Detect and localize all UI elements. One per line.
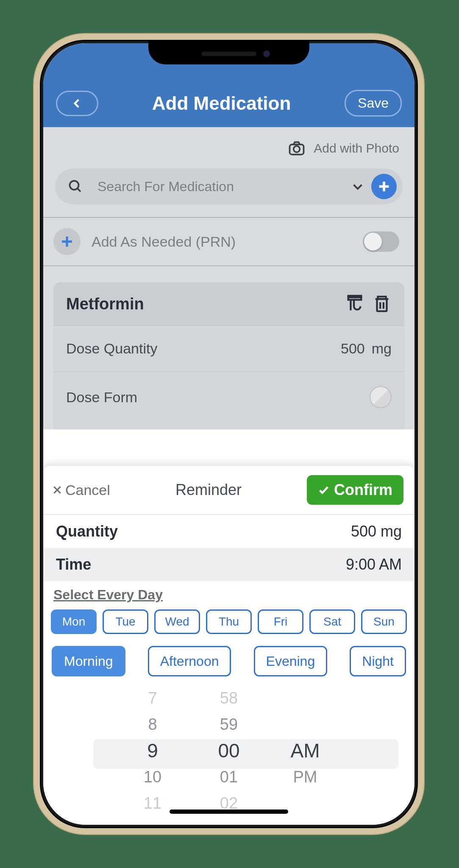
svg-line-3 — [78, 189, 81, 192]
hour-wheel[interactable]: 7891011 — [127, 685, 178, 816]
daypart-evening[interactable]: Evening — [254, 646, 328, 676]
cancel-button[interactable]: Cancel — [52, 482, 110, 498]
day-tue[interactable]: Tue — [103, 609, 148, 634]
daypart-night[interactable]: Night — [350, 646, 406, 676]
medication-name: Metformin — [66, 295, 337, 313]
time-row[interactable]: Time 9:00 AM — [43, 548, 414, 581]
dose-form-row[interactable]: Dose Form — [53, 371, 404, 429]
daypart-afternoon[interactable]: Afternoon — [148, 646, 231, 676]
plus-icon — [377, 179, 391, 194]
home-indicator[interactable] — [170, 810, 288, 814]
prn-add-button[interactable] — [53, 228, 81, 255]
plus-icon — [59, 234, 75, 249]
chevron-down-icon[interactable] — [351, 180, 364, 193]
trash-icon[interactable] — [372, 294, 392, 314]
page-title: Add Medication — [152, 93, 291, 114]
back-button[interactable] — [56, 91, 98, 116]
close-icon — [52, 484, 63, 495]
day-wed[interactable]: Wed — [154, 609, 200, 634]
quantity-row[interactable]: Quantity 500 mg — [43, 515, 414, 548]
reminder-sheet: Cancel Reminder Confirm Quantity 500 mg … — [43, 466, 414, 825]
confirm-label: Confirm — [334, 481, 392, 499]
search-medication-field[interactable]: Search For Medication — [55, 169, 403, 204]
search-icon — [68, 179, 83, 194]
medication-card: Metformin Dose Quantity 500 mg Dose Form — [53, 282, 404, 429]
quantity-label: Quantity — [56, 523, 118, 540]
chevron-left-icon — [72, 98, 83, 109]
add-with-photo-button[interactable]: Add with Photo — [43, 127, 414, 164]
confirm-button[interactable]: Confirm — [307, 475, 403, 505]
quantity-value: 500 mg — [351, 523, 402, 540]
dose-quantity-value: 500 — [341, 340, 365, 357]
svg-rect-8 — [377, 299, 387, 312]
day-fri[interactable]: Fri — [258, 609, 303, 634]
sheet-title: Reminder — [175, 481, 242, 499]
camera-icon — [287, 139, 306, 158]
content-area: Add with Photo Search For Medication Add… — [43, 127, 414, 429]
days-group: MonTueWedThuFriSatSun — [43, 603, 414, 634]
rx-bottle-icon[interactable] — [345, 294, 364, 314]
period-wheel[interactable]: AMPM — [280, 685, 331, 816]
add-prn-row: Add As Needed (PRN) — [43, 217, 414, 266]
pill-icon — [370, 386, 392, 408]
check-icon — [318, 484, 330, 496]
svg-point-1 — [294, 146, 300, 153]
select-every-day-label: Select Every Day — [53, 587, 163, 602]
dose-quantity-label: Dose Quantity — [66, 340, 341, 357]
day-sat[interactable]: Sat — [309, 609, 355, 634]
time-picker[interactable]: 7891011 5859000102 AMPM — [43, 685, 414, 825]
day-sun[interactable]: Sun — [361, 609, 407, 634]
dose-quantity-row[interactable]: Dose Quantity 500 mg — [53, 326, 404, 371]
time-value: 9:00 AM — [346, 556, 402, 573]
search-placeholder: Search For Medication — [97, 179, 351, 195]
dose-quantity-unit: mg — [372, 340, 392, 357]
add-medication-button[interactable] — [371, 174, 397, 199]
minute-wheel[interactable]: 5859000102 — [203, 685, 254, 816]
time-label: Time — [56, 556, 91, 573]
daypart-morning[interactable]: Morning — [52, 646, 125, 676]
dayparts-group: MorningAfternoonEveningNight — [43, 634, 414, 676]
cancel-label: Cancel — [65, 482, 110, 498]
prn-label: Add As Needed (PRN) — [92, 234, 352, 250]
prn-toggle[interactable] — [363, 231, 399, 252]
add-with-photo-label: Add with Photo — [314, 141, 399, 156]
select-every-day-link[interactable]: Select Every Day — [43, 581, 414, 603]
day-thu[interactable]: Thu — [206, 609, 252, 634]
dose-form-label: Dose Form — [66, 389, 370, 406]
day-mon[interactable]: Mon — [51, 609, 97, 634]
save-button[interactable]: Save — [345, 90, 402, 117]
svg-point-2 — [70, 181, 79, 190]
